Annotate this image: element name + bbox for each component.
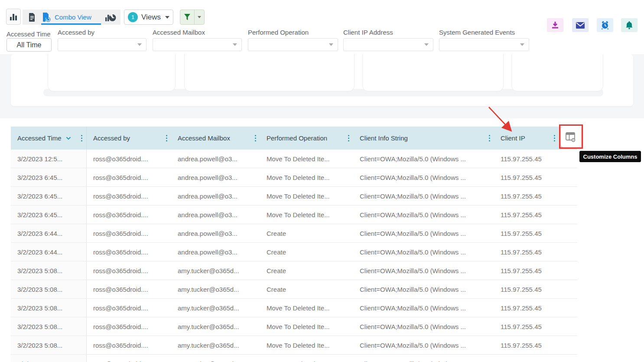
column-menu-icon[interactable]: [255, 135, 257, 142]
row-filler: [559, 261, 577, 280]
bar-chart-view-button[interactable]: [6, 9, 21, 25]
column-header-accessed-time[interactable]: Accessed Time: [11, 127, 87, 150]
accessed-by-select[interactable]: [58, 38, 146, 51]
filter-label-performed-operation: Performed Operation: [248, 29, 309, 36]
summary-card: [48, 54, 176, 91]
table-row[interactable]: 3/2/2023 6:45...ross@o365droid....andrea…: [11, 187, 577, 205]
filter-options-button[interactable]: [195, 10, 204, 24]
chart-pie-view-tab[interactable]: [105, 13, 116, 24]
filter-funnel-icon: [184, 13, 191, 21]
system-generated-events-select[interactable]: [439, 38, 529, 51]
views-count-badge: 1: [128, 12, 138, 22]
table-row[interactable]: 3/2/2023 12:5...ross@o365droid....andrea…: [11, 150, 577, 168]
table-row[interactable]: 3/2/2023 5:08...ross@o365droid....amy.tu…: [11, 317, 577, 336]
cell-accessed-mailbox: amy.tucker@o365d...: [171, 317, 260, 336]
cell-client-info-string: Client=OWA;Mozilla/5.0 (Windows ...: [353, 187, 494, 205]
cell-client-info-string: Client=OWA;Mozilla/5.0 (Windows ...: [353, 205, 494, 224]
cell-accessed-by: ross@o365droid....: [87, 317, 171, 336]
cell-performed-operation: Move To Deleted Ite...: [260, 168, 353, 186]
cell-client-info-string: Client=OWA;Mozilla/5.0 (Window...: [353, 355, 494, 362]
column-label: Accessed Time: [17, 134, 62, 142]
cell-performed-operation: Move To Deleted Ite...: [260, 355, 353, 362]
column-header-accessed-by[interactable]: Accessed by: [87, 127, 171, 150]
combo-view-icon: [42, 12, 51, 22]
export-button[interactable]: [547, 18, 563, 32]
column-menu-icon[interactable]: [554, 135, 556, 142]
cell-accessed-mailbox: andrea.powell@o3...: [171, 205, 260, 224]
cell-accessed-time: 3/2/2023 6:45...: [11, 205, 87, 224]
cell-accessed-mailbox: andrea.powell@o3...: [171, 187, 260, 205]
row-filler: [559, 355, 577, 362]
chevron-down-icon: [233, 43, 237, 46]
row-filler: [559, 280, 577, 298]
cell-performed-operation: Create: [260, 261, 353, 280]
cell-client-ip: 115.97.255.45: [494, 187, 559, 205]
mailbox-audit-report-page: Combo View 1 Views: [0, 0, 644, 362]
column-header-client-ip[interactable]: Client IP: [494, 127, 559, 150]
row-filler: [559, 150, 577, 168]
cell-accessed-mailbox: andrea.powell@o3...: [171, 243, 260, 261]
column-menu-icon[interactable]: [348, 135, 350, 142]
column-header-client-info-string[interactable]: Client Info String: [353, 127, 494, 150]
email-button[interactable]: [572, 18, 589, 32]
cell-accessed-by: ross@o365droid....: [87, 280, 171, 298]
bell-icon: [625, 21, 633, 29]
cell-accessed-by: ross@o365droid....: [87, 205, 171, 224]
column-label: Accessed by: [93, 134, 130, 142]
table-row[interactable]: 3/2/2023 6:45...ross@o365droid....andrea…: [11, 168, 577, 187]
row-filler: [559, 317, 577, 336]
cell-client-ip: 115.97.255.45: [494, 205, 559, 224]
cell-accessed-time: 3/2/2023 5:08...: [11, 317, 87, 336]
cell-accessed-by: ross@o365droid....: [87, 150, 171, 168]
table-row[interactable]: 3/2/2023 5:08...ross@o365droid....amy.tu…: [11, 299, 577, 317]
table-view-tab[interactable]: [28, 13, 36, 24]
column-menu-icon[interactable]: [166, 135, 168, 142]
column-label: Performed Operation: [267, 134, 327, 142]
cell-accessed-by: ross@o365droid....: [87, 168, 171, 186]
table-row[interactable]: 3/2/2023 5:08...ross@o365droid....amy.tu…: [11, 336, 577, 355]
filter-label-client-ip-address: Client IP Address: [343, 29, 393, 36]
table-row[interactable]: 3/2/2023 6:44...ross@o365droid....andrea…: [11, 224, 577, 243]
cell-client-info-string: Client=OWA;Mozilla/5.0 (Windows ...: [353, 243, 494, 261]
column-header-performed-operation[interactable]: Performed Operation: [260, 127, 353, 150]
table-row[interactable]: 3/2/2023 5:08...ross@o365droid....amy.tu…: [11, 261, 577, 280]
cell-performed-operation: Move To Deleted Ite...: [260, 187, 353, 205]
performed-operation-select[interactable]: [248, 38, 338, 51]
table-row[interactable]: 3/2/2023 6:44...ross@o365droid....andrea…: [11, 243, 577, 261]
notification-button[interactable]: [621, 18, 637, 32]
cell-performed-operation: Create: [260, 224, 353, 242]
cell-accessed-mailbox: andrea.powell@o3...: [171, 168, 260, 186]
schedule-button[interactable]: [597, 18, 613, 32]
filter-button[interactable]: [180, 10, 195, 24]
column-menu-icon[interactable]: [81, 135, 83, 142]
filter-label-accessed-time: Accessed Time: [7, 30, 51, 38]
tab-combo-view[interactable]: Combo View: [42, 12, 91, 22]
cell-accessed-time: 3/2/2023 12:5...: [11, 150, 87, 168]
table-row[interactable]: 3/2/2023 5:08...ross@o365droid....amy.tu…: [11, 280, 577, 299]
accessed-mailbox-select[interactable]: [153, 38, 242, 51]
download-icon: [551, 21, 559, 29]
cell-client-ip: 115.97.255.45: [494, 261, 559, 280]
column-header-accessed-mailbox[interactable]: Accessed Mailbox: [171, 127, 260, 150]
cell-performed-operation: Move To Deleted Ite...: [260, 336, 353, 354]
cell-client-ip: 115.97.255.45: [494, 243, 559, 261]
summary-card: [184, 54, 355, 91]
customize-columns-tooltip: Customize Columns: [579, 151, 641, 162]
table-row[interactable]: 3/2/2023 5:0...ross@o365droid....amy.tuc…: [11, 355, 577, 362]
cell-client-ip: 115.97.255.45: [494, 317, 559, 336]
table-row[interactable]: 3/2/2023 6:45...ross@o365droid....andrea…: [11, 205, 577, 224]
filter-split-button[interactable]: [180, 10, 205, 25]
tab-combo-view-label: Combo View: [55, 13, 91, 21]
cell-client-ip: 115.97.255.45: [494, 168, 559, 186]
cell-accessed-time: 3/2/2023 5:08...: [11, 261, 87, 280]
filter-label-system-generated-events: System Generated Events: [439, 29, 515, 36]
filter-label-accessed-mailbox: Accessed Mailbox: [153, 29, 205, 36]
cell-accessed-time: 3/2/2023 5:08...: [11, 336, 87, 354]
accessed-time-filter-button[interactable]: All Time: [7, 38, 52, 52]
views-dropdown-button[interactable]: 1 Views: [124, 10, 173, 25]
cell-client-info-string: Client=OWA;Mozilla/5.0 (Windows ...: [353, 150, 494, 168]
column-menu-icon[interactable]: [489, 135, 491, 142]
row-filler: [559, 224, 577, 242]
client-ip-address-select[interactable]: [343, 38, 433, 51]
bar-chart-icon: [9, 13, 18, 21]
